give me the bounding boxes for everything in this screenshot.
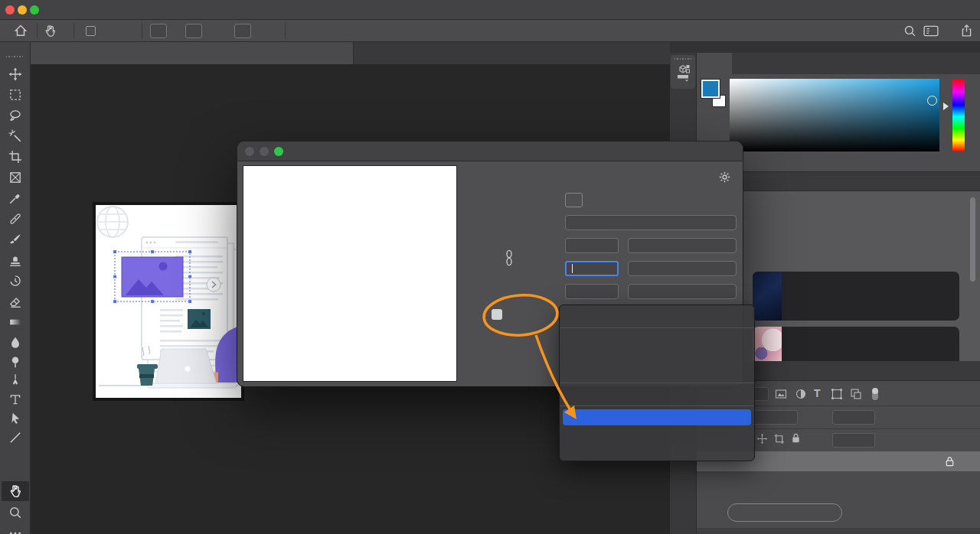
eraser-tool[interactable] [6,293,24,311]
filter-shape-layers-icon[interactable] [831,388,843,403]
home-icon[interactable] [14,24,28,41]
menu-item-automatic[interactable] [563,308,751,324]
rectangular-marquee-tool[interactable] [6,86,24,105]
panel-collapse-rail [670,42,980,53]
crop-tool[interactable] [6,148,24,167]
gear-icon[interactable] [718,171,731,187]
photoshop-window: T [0,0,980,534]
search-icon[interactable] [903,24,916,41]
wordpress-illustration [96,205,241,398]
menu-item-nearest-neighbor[interactable] [563,425,751,441]
line-tool[interactable] [6,429,24,448]
filter-toggle-icon[interactable] [870,386,880,405]
hue-slider[interactable] [952,79,965,151]
magic-wand-tool[interactable] [6,128,24,146]
learn-card-fix-a-photo[interactable] [753,327,959,361]
tab-patterns[interactable] [836,53,885,74]
document-tab[interactable] [31,42,354,64]
menu-item-bicubic-smoother[interactable] [563,363,751,379]
history-brush-tool[interactable] [6,272,24,291]
type-tool[interactable] [6,391,24,409]
options-bar [0,20,980,42]
toolbar-grip[interactable] [6,56,24,57]
learn-card-fundamental-skills[interactable] [753,272,959,321]
card-thumbnail [753,272,782,321]
scrollbar-thumb[interactable] [970,197,975,282]
share-icon[interactable] [960,24,973,41]
lasso-tool[interactable] [6,107,24,125]
menu-item-bilinear[interactable] [563,441,751,457]
edit-toolbar-icon[interactable] [6,525,24,534]
zoom-100-button[interactable] [150,24,167,38]
menu-item-preserve-details-2[interactable] [563,347,751,363]
scroll-all-windows-checkbox[interactable] [86,26,96,36]
tab-color[interactable] [697,53,732,74]
tab-swatches[interactable] [732,53,782,74]
hue-slider-pointer[interactable] [943,103,949,110]
lock-position-icon[interactable] [756,433,768,448]
fit-to-select[interactable] [565,215,737,230]
dialog-zoom-button[interactable] [274,147,283,156]
filter-adjustment-layers-icon[interactable] [795,388,807,403]
path-selection-tool[interactable] [6,410,24,428]
menu-item-preserve-details-enlargement[interactable] [563,331,751,347]
lock-icon [944,455,956,471]
resample-menu [559,304,755,461]
image-preview[interactable] [243,166,456,381]
constrain-proportions-icon[interactable] [504,241,514,279]
tab-gradients[interactable] [782,53,836,74]
properties-cube-icon [675,63,691,86]
dialog-close-button[interactable] [245,147,254,156]
height-unit-select[interactable] [628,261,737,276]
gradient-tool[interactable] [6,314,24,332]
properties-panel-button[interactable] [671,55,695,89]
hand-tool[interactable] [2,481,29,501]
eyedropper-tool[interactable] [6,190,24,208]
filter-smart-objects-icon[interactable] [850,388,862,403]
dialog-minimize-button[interactable] [260,147,269,156]
menu-item-bicubic-smooth-gradients[interactable] [563,409,751,425]
workspace-switcher-icon[interactable] [923,25,939,40]
spot-healing-brush-tool[interactable] [6,210,24,229]
menu-divider [560,383,754,383]
text-cursor [572,264,573,273]
zoom-tool[interactable] [6,504,24,523]
dodge-tool[interactable] [6,353,24,372]
cancel-button[interactable] [727,503,842,522]
menu-divider [560,405,754,406]
minimize-window-button[interactable] [18,5,27,15]
color-field-cursor[interactable] [927,96,937,106]
menu-item-bicubic-sharper[interactable] [563,386,751,402]
resolution-input[interactable] [565,284,619,299]
width-unit-select[interactable] [628,238,737,253]
clone-stamp-tool[interactable] [6,252,24,270]
opacity-select[interactable] [832,410,875,425]
color-field[interactable] [730,79,939,151]
zoom-window-button[interactable] [30,5,39,15]
lock-all-icon[interactable] [790,432,802,447]
dimensions-dropdown[interactable] [565,193,583,207]
close-window-button[interactable] [5,5,15,15]
blur-tool[interactable] [6,334,24,353]
fill-screen-button[interactable] [234,24,251,38]
document-image[interactable] [93,202,244,401]
card-thumbnail [753,327,782,361]
resample-checkbox[interactable] [492,309,502,320]
width-input[interactable] [565,238,619,253]
foreground-swatch[interactable] [701,80,720,98]
pen-tool[interactable] [6,372,24,390]
filter-pixel-layers-icon[interactable] [775,388,787,403]
height-input[interactable] [565,261,619,276]
move-tool[interactable] [6,66,24,84]
lock-artboard-icon[interactable] [773,433,785,448]
layers-panel-footer [697,528,980,534]
brush-tool[interactable] [6,231,24,249]
resolution-unit-select[interactable] [628,284,737,299]
titlebar [0,0,980,20]
hand-tool-icon[interactable] [44,24,57,41]
filter-type-layers-icon[interactable]: T [814,387,821,399]
fill-select[interactable] [832,433,875,448]
color-panel-tabs [697,53,980,74]
fit-screen-button[interactable] [185,24,202,38]
frame-tool[interactable] [6,169,24,187]
